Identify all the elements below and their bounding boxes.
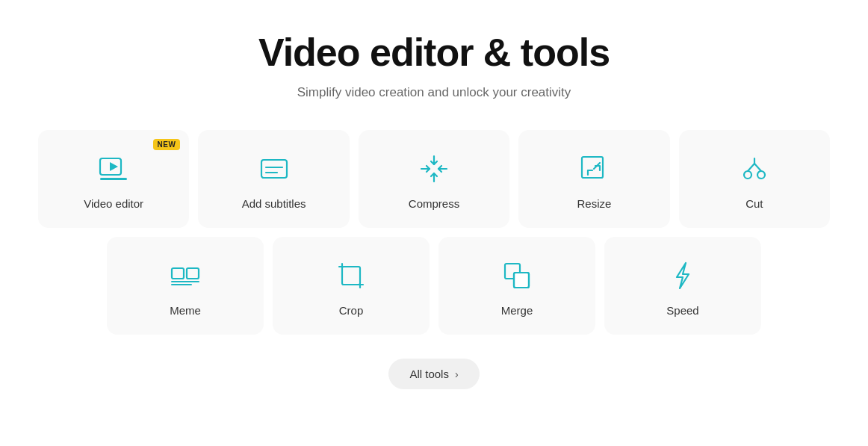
resize-label: Resize [577,197,611,210]
resize-icon [576,151,612,187]
video-editor-label: Video editor [84,197,143,210]
merge-label: Merge [501,304,533,317]
crop-icon [333,258,369,294]
video-editor-icon [96,151,131,187]
svg-rect-21 [342,267,360,285]
svg-rect-27 [514,273,529,288]
tool-card-crop[interactable]: Crop [273,237,430,335]
page-subtitle: Simplify video creation and unlock your … [297,85,571,100]
svg-line-15 [754,164,761,171]
crop-label: Crop [339,304,364,317]
all-tools-label: All tools [409,368,449,380]
svg-point-13 [757,171,765,179]
compress-label: Compress [409,197,459,210]
tool-card-speed[interactable]: Speed [604,237,761,335]
tool-card-resize[interactable]: Resize [518,130,669,228]
tool-card-video-editor[interactable]: NEW Video editor [38,130,189,228]
svg-rect-2 [100,178,127,180]
add-subtitles-label: Add subtitles [242,197,306,210]
tool-card-cut[interactable]: Cut [679,130,830,228]
svg-marker-1 [110,162,118,171]
tool-card-add-subtitles[interactable]: Add subtitles [198,130,349,228]
page-title: Video editor & tools [258,30,610,75]
svg-line-14 [748,164,754,171]
meme-icon [167,258,203,294]
chevron-right-icon: › [455,368,459,380]
speed-icon [665,258,701,294]
svg-point-12 [744,171,751,179]
svg-rect-3 [261,160,287,178]
merge-icon [499,258,535,294]
tool-card-meme[interactable]: Meme [107,237,264,335]
tools-row-2: Meme Crop [38,237,830,335]
new-badge: NEW [153,139,181,150]
meme-label: Meme [170,304,201,317]
cut-label: Cut [745,197,763,210]
add-subtitles-icon [256,151,292,187]
all-tools-button[interactable]: All tools › [388,359,479,389]
tools-row-1: NEW Video editor Add subtitles [38,130,830,228]
tool-card-merge[interactable]: Merge [438,237,595,335]
speed-label: Speed [666,304,698,317]
cut-icon [737,151,772,187]
tool-card-compress[interactable]: Compress [359,130,509,228]
compress-icon [416,151,452,187]
svg-rect-17 [172,268,184,279]
tools-grid: NEW Video editor Add subtitles [38,130,830,335]
svg-rect-18 [187,268,199,279]
